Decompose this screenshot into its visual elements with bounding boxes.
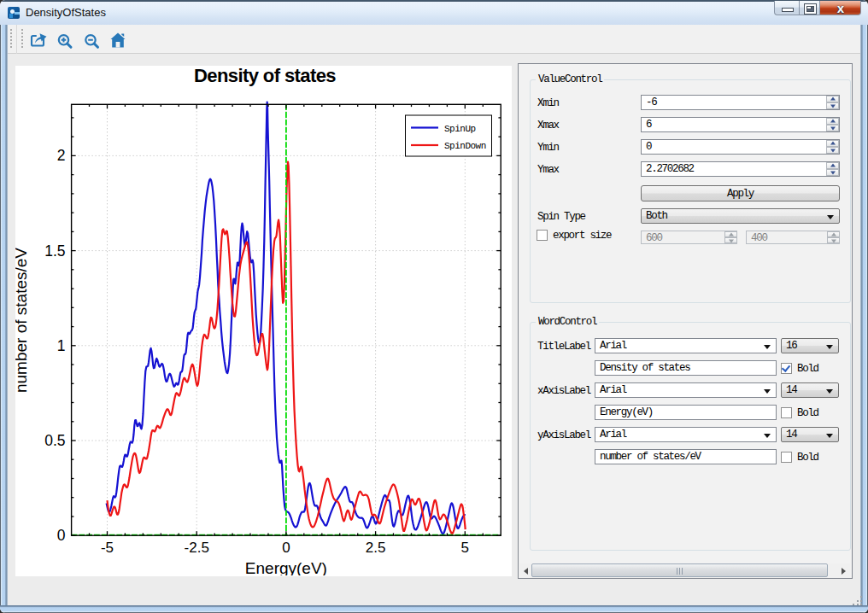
svg-text:-2.5: -2.5 <box>185 540 209 556</box>
svg-text:SpinDown: SpinDown <box>444 141 486 151</box>
svg-text:2: 2 <box>57 147 66 164</box>
svg-text:-5: -5 <box>101 540 114 556</box>
svg-text:Energy(eV): Energy(eV) <box>245 559 327 575</box>
svg-text:SpinUp: SpinUp <box>444 124 476 134</box>
svg-text:0: 0 <box>57 527 66 544</box>
svg-text:Density of states: Density of states <box>194 66 336 86</box>
svg-text:0.5: 0.5 <box>44 432 65 449</box>
svg-text:5: 5 <box>461 540 469 556</box>
svg-text:2.5: 2.5 <box>366 540 386 556</box>
svg-text:1: 1 <box>57 337 66 354</box>
svg-text:1.5: 1.5 <box>44 242 65 260</box>
svg-text:number of states/eV: number of states/eV <box>15 248 30 393</box>
svg-text:0: 0 <box>282 540 290 556</box>
